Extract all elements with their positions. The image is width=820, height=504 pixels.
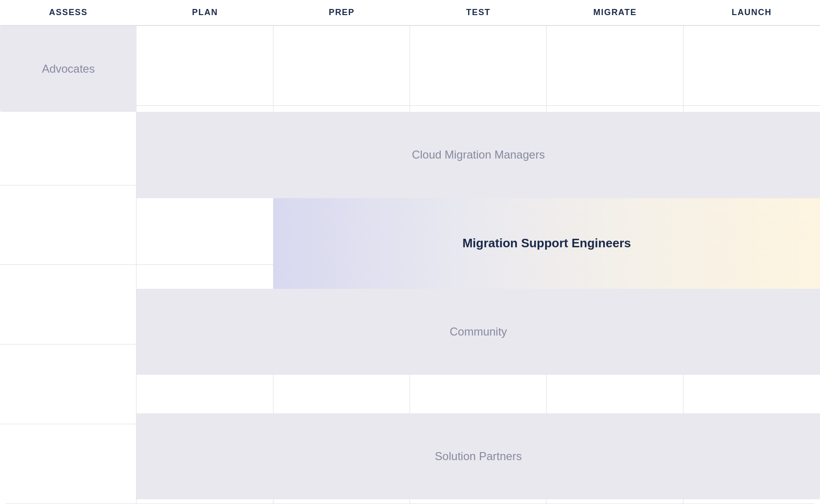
main-wrapper: ASSESS PLAN PREP TEST MIGRATE LAUNCH	[0, 0, 820, 504]
grid-cell	[273, 26, 410, 106]
col-header-test: TEST	[410, 0, 547, 25]
grid-cell	[137, 26, 273, 106]
col-header-plan: PLAN	[137, 0, 273, 25]
main-content: Advocates Cloud Migration Managers Migra…	[0, 26, 820, 504]
grid-cell	[0, 344, 137, 424]
col-header-assess: ASSESS	[0, 0, 137, 25]
grid-cell	[683, 26, 820, 106]
community-swimlane: Community	[137, 289, 820, 375]
grid-cell	[0, 265, 137, 344]
cloud-migration-managers-label: Cloud Migration Managers	[412, 148, 545, 161]
community-label: Community	[450, 325, 507, 338]
solution-partners-swimlane: Solution Partners	[137, 413, 820, 499]
grid-cell	[410, 26, 547, 106]
grid-cell	[0, 424, 137, 504]
grid-cell	[0, 106, 137, 185]
migration-support-engineers-label: Migration Support Engineers	[462, 236, 631, 251]
advocates-swimlane: Advocates	[0, 26, 137, 112]
col-header-launch: LAUNCH	[683, 0, 820, 25]
grid-cell	[547, 26, 683, 106]
advocates-label: Advocates	[42, 62, 95, 76]
header-row: ASSESS PLAN PREP TEST MIGRATE LAUNCH	[0, 0, 820, 26]
col-header-migrate: MIGRATE	[547, 0, 683, 25]
grid-cell	[0, 185, 137, 265]
cloud-migration-managers-swimlane: Cloud Migration Managers	[137, 112, 820, 198]
solution-partners-label: Solution Partners	[435, 450, 522, 463]
migration-support-engineers-swimlane: Migration Support Engineers	[273, 198, 820, 289]
col-header-prep: PREP	[273, 0, 410, 25]
